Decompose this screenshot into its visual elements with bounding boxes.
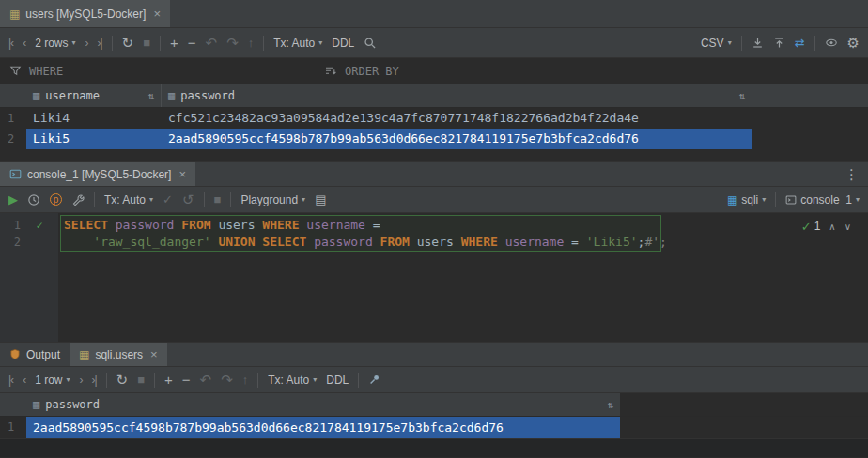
- column-icon: ▦: [33, 398, 39, 411]
- tx-mode-dropdown[interactable]: Tx: Auto ▾: [273, 37, 322, 50]
- playground-mode-dropdown[interactable]: Playground ▾: [240, 193, 305, 206]
- delete-row-icon[interactable]: −: [188, 36, 196, 50]
- schema-dropdown[interactable]: ▦ sqli ▾: [727, 193, 766, 206]
- page-size-dropdown[interactable]: 2 rows ▾: [35, 37, 75, 50]
- last-page-button[interactable]: ›|: [97, 38, 101, 49]
- schema-label: sqli: [741, 193, 758, 206]
- page-size-dropdown[interactable]: 1 row ▾: [35, 374, 70, 387]
- sql-editor[interactable]: 1 ✓ 2 SELECT password FROM users WHERE u…: [0, 213, 868, 342]
- first-page-button[interactable]: |‹: [8, 38, 13, 49]
- first-page-button[interactable]: |‹: [8, 374, 13, 386]
- divider: [160, 36, 161, 51]
- previous-page-button[interactable]: ‹: [23, 374, 25, 386]
- sort-toggle-icon[interactable]: ⇅: [738, 90, 745, 102]
- more-options-icon[interactable]: ⋮: [845, 167, 859, 181]
- cell-username[interactable]: Liki5: [26, 129, 162, 149]
- delete-row-icon[interactable]: −: [182, 373, 191, 387]
- divider: [204, 192, 205, 207]
- output-layout-icon[interactable]: ▤: [315, 193, 326, 206]
- session-dropdown[interactable]: console_1 ▾: [785, 193, 860, 206]
- table-row[interactable]: 1 Liki4 cfc521c23482ac93a09584ad2e139c4a…: [0, 108, 868, 129]
- close-icon[interactable]: ×: [153, 7, 161, 21]
- order-by-field[interactable]: ORDER BY: [315, 65, 399, 78]
- sort-toggle-icon[interactable]: ⇅: [607, 399, 613, 411]
- grid-header: ▦ username ⇅ ▦ password ⇅: [0, 84, 868, 108]
- cell-password[interactable]: 2aad5890595ccf4598b787b99ab563d0d66ec821…: [162, 129, 752, 149]
- console-icon: [9, 168, 22, 180]
- chevron-down-icon: ▾: [71, 39, 75, 47]
- parameters-icon[interactable]: p: [50, 193, 62, 206]
- order-by-sort-icon: [324, 65, 337, 77]
- cell-username[interactable]: Liki4: [26, 108, 162, 129]
- tx-mode-dropdown[interactable]: Tx: Auto ▾: [104, 193, 153, 206]
- stop-icon[interactable]: ■: [137, 374, 145, 386]
- table-row-selected[interactable]: 2 Liki5 2aad5890595ccf4598b787b99ab563d0…: [0, 129, 868, 149]
- revert-icon[interactable]: ↷: [221, 373, 233, 387]
- history-clock-icon[interactable]: [27, 193, 40, 206]
- column-header-password-label: password: [180, 89, 235, 102]
- column-header-password[interactable]: ▦ password ⇅: [162, 84, 752, 107]
- tab-output-label: Output: [26, 348, 60, 361]
- add-row-icon[interactable]: +: [164, 373, 173, 387]
- undo-icon[interactable]: ↶: [200, 373, 212, 387]
- tab-console[interactable]: console_1 [MySQL5-Docker] ×: [0, 162, 195, 186]
- pin-icon[interactable]: [368, 374, 380, 386]
- stop-icon[interactable]: ■: [143, 37, 150, 49]
- sync-structure-icon[interactable]: ⇄: [795, 37, 805, 49]
- view-options-eye-icon[interactable]: [825, 37, 838, 49]
- ddl-button[interactable]: DDL: [326, 374, 349, 387]
- console-icon: [785, 194, 797, 206]
- tab-result-grid[interactable]: ▦ sqli.users ×: [70, 343, 167, 366]
- close-icon[interactable]: ×: [178, 167, 186, 181]
- column-header-password[interactable]: ▦ password ⇅: [26, 393, 620, 416]
- next-page-button[interactable]: ›: [79, 374, 82, 386]
- gear-icon[interactable]: ⚙: [847, 36, 860, 50]
- last-page-button[interactable]: ›|: [91, 374, 96, 386]
- ddl-button[interactable]: DDL: [332, 37, 354, 50]
- divider: [257, 373, 258, 388]
- order-by-label: ORDER BY: [345, 65, 399, 78]
- previous-result-icon[interactable]: ∧: [829, 221, 835, 232]
- upload-icon[interactable]: [773, 37, 785, 49]
- result-tab-bar: Output ▦ sqli.users ×: [0, 342, 868, 367]
- cell-password[interactable]: 2aad5890595ccf4598b787b99ab563d0d66ec821…: [26, 417, 620, 438]
- sql-code[interactable]: SELECT password FROM users WHERE usernam…: [64, 217, 868, 251]
- chevron-down-icon: ▾: [302, 196, 305, 204]
- previous-page-button[interactable]: ‹: [23, 38, 25, 49]
- export-format-dropdown[interactable]: CSV ▾: [701, 37, 732, 50]
- next-page-button[interactable]: ›: [85, 38, 87, 49]
- close-icon[interactable]: ×: [150, 347, 158, 361]
- where-filter-field[interactable]: WHERE: [0, 65, 315, 78]
- tab-output[interactable]: Output: [0, 343, 70, 366]
- search-icon[interactable]: [364, 37, 377, 50]
- tx-mode-dropdown[interactable]: Tx: Auto ▾: [268, 374, 317, 387]
- tab-console-label: console_1 [MySQL5-Docker]: [27, 168, 171, 181]
- editor-code-area[interactable]: SELECT password FROM users WHERE usernam…: [58, 213, 868, 342]
- sort-toggle-icon[interactable]: ⇅: [147, 90, 154, 102]
- line-number: 2: [0, 236, 21, 249]
- column-icon: ▦: [168, 89, 175, 102]
- reload-icon[interactable]: ↻: [122, 36, 134, 50]
- rollback-icon[interactable]: ↺: [182, 192, 194, 206]
- revert-icon[interactable]: ↷: [226, 36, 239, 50]
- chevron-down-icon: ▾: [318, 39, 322, 47]
- submit-icon[interactable]: ↑: [242, 374, 249, 386]
- stop-icon[interactable]: ■: [214, 193, 222, 206]
- cell-password[interactable]: cfc521c23482ac93a09584ad2e139c4a7fc87077…: [162, 108, 752, 129]
- column-header-username[interactable]: ▦ username ⇅: [26, 84, 162, 107]
- tx-mode-label: Tx: Auto: [268, 374, 309, 387]
- submit-icon[interactable]: ↑: [248, 37, 255, 49]
- download-icon[interactable]: [752, 37, 764, 49]
- commit-check-icon[interactable]: ✓: [163, 193, 173, 206]
- wrench-settings-icon[interactable]: [71, 193, 85, 206]
- next-result-icon[interactable]: ∨: [845, 221, 851, 232]
- chevron-down-icon: ▾: [728, 39, 732, 47]
- result-row-selected[interactable]: 1 2aad5890595ccf4598b787b99ab563d0d66ec8…: [0, 417, 868, 438]
- add-row-icon[interactable]: +: [170, 36, 178, 50]
- undo-icon[interactable]: ↶: [206, 36, 218, 50]
- tab-users-table[interactable]: ▦ users [MySQL5-Docker] ×: [0, 0, 170, 27]
- execute-play-icon[interactable]: ▶: [8, 193, 18, 206]
- reload-icon[interactable]: ↻: [116, 373, 129, 387]
- ddl-label: DDL: [332, 37, 354, 50]
- divider: [741, 36, 742, 51]
